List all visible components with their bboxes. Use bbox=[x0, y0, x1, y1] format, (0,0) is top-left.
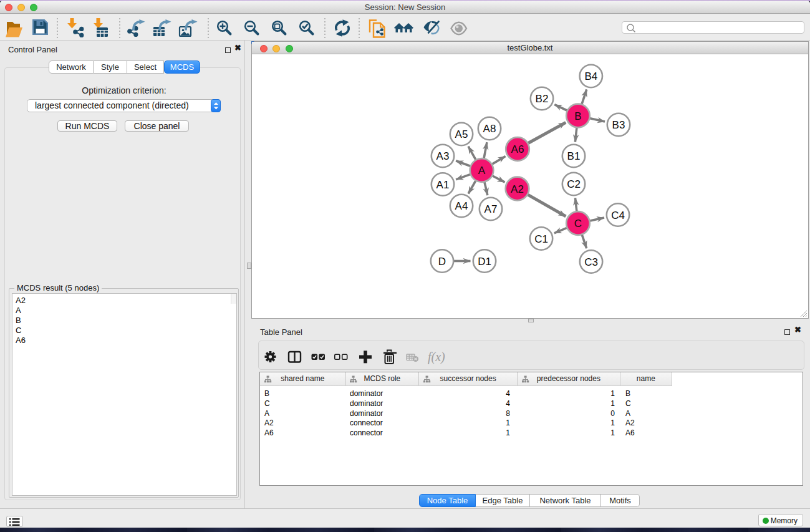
svg-text:C4: C4 bbox=[611, 210, 625, 221]
svg-text:D: D bbox=[438, 256, 446, 268]
svg-text:B1: B1 bbox=[567, 150, 581, 162]
svg-text:C3: C3 bbox=[584, 256, 598, 268]
svg-text:f(x): f(x) bbox=[428, 350, 445, 364]
svg-text:A3: A3 bbox=[436, 150, 450, 162]
svg-text:A7: A7 bbox=[485, 203, 498, 215]
svg-text:A6: A6 bbox=[511, 143, 524, 155]
svg-text:A5: A5 bbox=[455, 128, 468, 140]
svg-text:B: B bbox=[574, 110, 581, 122]
svg-text:B3: B3 bbox=[612, 119, 625, 131]
svg-text:A8: A8 bbox=[483, 123, 496, 135]
svg-text:C1: C1 bbox=[534, 233, 548, 245]
svg-text:B2: B2 bbox=[536, 93, 549, 105]
svg-text:A1: A1 bbox=[436, 179, 450, 191]
svg-text:B4: B4 bbox=[584, 70, 597, 82]
svg-text:C2: C2 bbox=[567, 178, 581, 190]
svg-text:C: C bbox=[574, 218, 582, 230]
svg-text:A4: A4 bbox=[455, 200, 468, 212]
svg-text:A: A bbox=[478, 165, 486, 177]
svg-text:A2: A2 bbox=[511, 183, 524, 195]
svg-text:D1: D1 bbox=[478, 256, 491, 268]
